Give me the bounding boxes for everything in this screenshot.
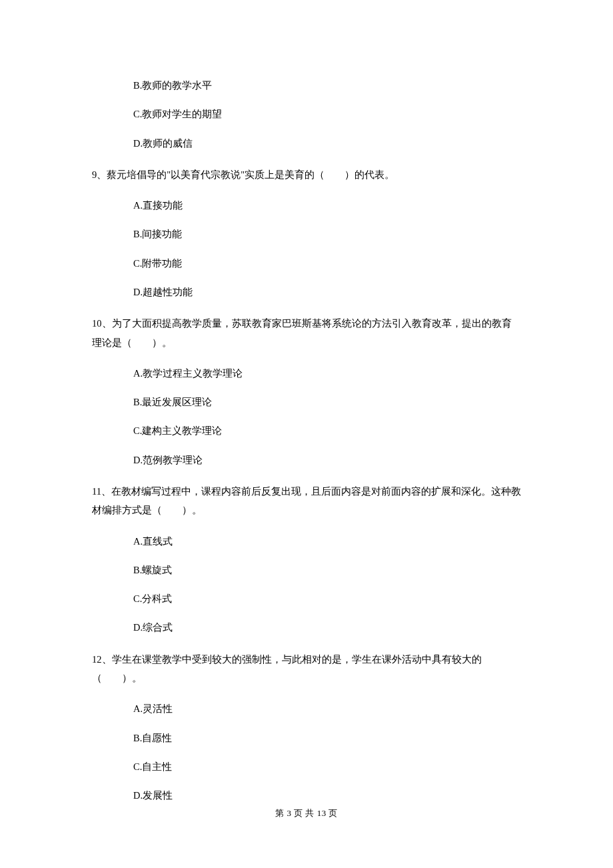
page-footer: 第 3 页 共 13 页 (0, 807, 613, 819)
q9-stem: 9、蔡元培倡导的"以美育代宗教说"实质上是美育的（ ）的代表。 (92, 165, 521, 184)
q9-option-d: D.超越性功能 (92, 285, 521, 299)
q11-option-c: C.分科式 (92, 592, 521, 605)
q8-option-b: B.教师的教学水平 (92, 79, 521, 92)
q10-option-d: D.范例教学理论 (92, 453, 521, 467)
q8-option-d: D.教师的威信 (92, 137, 521, 150)
q8-option-c: C.教师对学生的期望 (92, 107, 521, 121)
q9-option-a: A.直接功能 (92, 199, 521, 212)
q11-stem: 11、在教材编写过程中，课程内容前后反复出现，且后面内容是对前面内容的扩展和深化… (92, 482, 521, 520)
q11-option-a: A.直线式 (92, 535, 521, 548)
q12-option-a: A.灵活性 (92, 702, 521, 715)
q10-option-a: A.教学过程主义教学理论 (92, 367, 521, 380)
q9-option-b: B.间接功能 (92, 227, 521, 241)
q9-option-c: C.附带功能 (92, 257, 521, 270)
q10-stem: 10、为了大面积提高教学质量，苏联教育家巴班斯基将系统论的方法引入教育改革，提出… (92, 314, 521, 352)
q12-stem: 12、学生在课堂教学中受到较大的强制性，与此相对的是，学生在课外活动中具有较大的… (92, 650, 521, 688)
q11-option-d: D.综合式 (92, 621, 521, 634)
q11-option-b: B.螺旋式 (92, 563, 521, 577)
q12-option-c: C.自主性 (92, 760, 521, 773)
q10-option-c: C.建构主义教学理论 (92, 424, 521, 437)
q12-option-b: B.自愿性 (92, 731, 521, 745)
q10-option-b: B.最近发展区理论 (92, 395, 521, 409)
q12-option-d: D.发展性 (92, 789, 521, 802)
